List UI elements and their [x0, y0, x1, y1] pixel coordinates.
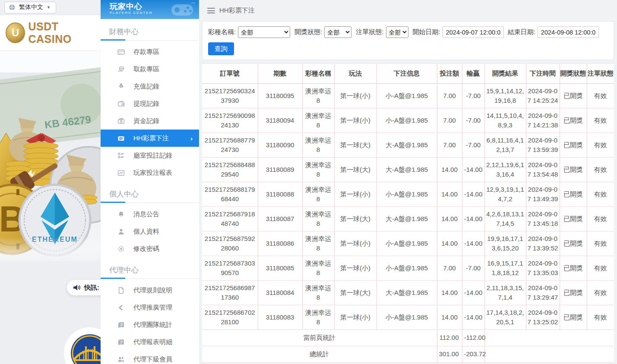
- cell-draw-status: 已開獎: [560, 108, 587, 133]
- menu-toggle-icon[interactable]: [207, 8, 215, 13]
- cell-issue: 31180089: [258, 158, 302, 182]
- sidebar-item-deposit-card[interactable]: 存款專區: [101, 43, 199, 60]
- sidebar-item-members[interactable]: 代理下級會員: [101, 351, 199, 364]
- table-row: 215217256869871736031180084澳洲幸运8第一球(大)大-…: [202, 281, 614, 305]
- cell-bet-time: 2024-09-07 13:25:02: [526, 305, 560, 330]
- cell-play: 第一球(大): [334, 133, 377, 158]
- sidebar-item-label: 消息公告: [133, 210, 159, 218]
- col-bet-amount: 投注額: [437, 64, 462, 84]
- draw-status-select[interactable]: 全部: [324, 26, 351, 38]
- lottery-name-select[interactable]: 全部: [238, 26, 290, 38]
- section-divider: [101, 203, 199, 203]
- sidebar-item-label: 資金記錄: [133, 117, 159, 125]
- cell-bet-amount: 7.00: [437, 108, 462, 133]
- cell-bet-info: 小-A盤@1.985: [377, 84, 437, 108]
- cell-order-status: 有效: [587, 158, 614, 182]
- members-icon: [117, 356, 125, 363]
- sidebar-item-label: 代理規則說明: [133, 286, 172, 294]
- chevron-right-icon: ›: [190, 135, 193, 142]
- section-title-1: 個人中心: [109, 189, 199, 199]
- cell-lottery-name: 澳洲幸运8: [302, 281, 334, 305]
- gamepad-icon: [165, 2, 196, 19]
- cell-lottery-name: 澳洲幸运8: [302, 84, 334, 108]
- cell-order-no: 2152172568730390570: [202, 256, 258, 281]
- col-bet-info: 下注信息: [377, 64, 437, 84]
- cell-play: 第一球(大): [334, 207, 377, 231]
- sidebar-item-team-stats[interactable]: 代理團隊統計: [101, 316, 199, 333]
- cell-play: 第一球(小): [334, 305, 377, 330]
- cell-play: 第一球(小): [334, 231, 377, 256]
- col-draw-result: 開獎結果: [484, 64, 526, 84]
- order-status-select[interactable]: 全部: [386, 26, 408, 38]
- cell-bet-info: 大-A盤@1.985: [377, 281, 437, 305]
- moneybag-icon: ¥: [117, 83, 125, 90]
- sidebar-item-gear[interactable]: 修改密碼: [101, 240, 199, 257]
- cell-lottery-name: 澳洲幸运8: [302, 231, 334, 256]
- news-ticker[interactable]: 快訊:: [67, 280, 101, 295]
- sidebar-item-bet-report[interactable]: 玩家投注報表: [101, 164, 199, 181]
- lottery-ticket-icon: [117, 135, 125, 142]
- sidebar-item-user[interactable]: 個人資料: [101, 223, 199, 240]
- cell-bet-amount: 14.00: [437, 207, 462, 231]
- cell-play: 第一球(小): [334, 108, 377, 133]
- gear-icon: [117, 245, 125, 253]
- sidebar-item-moneybag[interactable]: ¥充值記錄: [101, 78, 199, 95]
- start-date-input[interactable]: [443, 26, 504, 38]
- page-total-row: 當前頁統計 112.00 -112.00: [202, 330, 614, 346]
- page-total-winloss: -112.00: [462, 330, 484, 346]
- sidebar-item-withdraw-hand[interactable]: 取款專區: [101, 60, 199, 78]
- sidebar-item-label: 個人資料: [133, 228, 159, 236]
- cell-issue: 31180087: [258, 207, 302, 231]
- cell-lottery-name: 澳洲幸运8: [302, 305, 334, 330]
- sidebar-item-bell[interactable]: 消息公告: [101, 206, 199, 223]
- cell-draw-result: 2,12,1,19,6,13,16,4: [484, 158, 526, 182]
- cell-order-status: 有效: [587, 182, 614, 207]
- cell-draw-status: 已開獎: [560, 231, 587, 256]
- filter-panel: 彩種名稱: 全部 開獎狀態: 全部 注單狀態: 全部 開始日期: 結束日期: 查…: [202, 21, 614, 60]
- sidebar-item-lottery-ticket[interactable]: HH彩票下注›: [101, 130, 199, 147]
- cell-draw-status: 已開獎: [560, 182, 587, 207]
- lottery-name-label: 彩種名稱:: [208, 28, 236, 36]
- cell-order-no: 2152172568759228060: [202, 231, 258, 256]
- cell-order-status: 有效: [587, 256, 614, 281]
- cell-bet-amount: 7.00: [437, 133, 462, 158]
- cell-order-no: 2152172568670228100: [202, 305, 258, 330]
- sidebar-item-room-list[interactable]: 廳室投註記錄: [101, 147, 199, 164]
- end-date-label: 結束日期:: [508, 28, 535, 36]
- language-label: 繁体中文: [19, 3, 43, 11]
- cell-bet-amount: 14.00: [437, 281, 462, 305]
- end-date-input[interactable]: [538, 26, 599, 38]
- bets-table: 訂單號 期數 彩種名稱 玩法 下注信息 投注額 輸贏 開獎結果 下注時間 開獎狀…: [202, 63, 614, 363]
- sidebar-item-wallet[interactable]: 提現記錄: [101, 95, 199, 112]
- language-selector[interactable]: 繁体中文 ▼: [4, 2, 56, 13]
- top-language-bar: 繁体中文 ▼: [0, 0, 101, 15]
- cell-play: 第一球(小): [334, 84, 377, 108]
- cell-issue: 31180084: [258, 281, 302, 305]
- sidebar-item-document[interactable]: 代理規則說明: [101, 282, 199, 299]
- cell-order-status: 有效: [587, 108, 614, 133]
- sidebar-item-funds[interactable]: 資金記錄: [101, 112, 199, 130]
- share-icon: [117, 304, 125, 311]
- team-badge: [64, 327, 101, 364]
- bell-icon: [117, 211, 125, 218]
- cell-bet-amount: 14.00: [437, 158, 462, 182]
- chevron-down-icon: ▼: [47, 5, 51, 9]
- sidebar-item-share[interactable]: 代理推廣管理: [101, 299, 199, 316]
- col-issue: 期數: [258, 64, 302, 84]
- cell-draw-result: 17,14,3,18,2,20,5,1: [484, 305, 526, 330]
- cell-issue: 31180086: [258, 231, 302, 256]
- sidebar-item-report-detail[interactable]: 代理報表明細: [101, 333, 199, 351]
- cell-draw-result: 16,9,15,17,11,8,18,12: [484, 256, 526, 281]
- cell-order-no: 2152172568817968440: [202, 182, 258, 207]
- cell-draw-result: 15,9,1,14,12,19,16,8: [484, 84, 526, 108]
- cell-win-loss: -14.00: [462, 207, 484, 231]
- cell-bet-info: 小-A盤@1.985: [377, 108, 437, 133]
- ticker-label: 快訊:: [84, 284, 99, 292]
- section-title-0: 財務中心: [109, 27, 199, 37]
- page-total-bet: 112.00: [437, 330, 462, 346]
- table-row: 215217256903243793031180095澳洲幸运8第一球(小)小-…: [202, 84, 614, 108]
- table-row: 215217256873039057031180085澳洲幸运8第一球(小)小-…: [202, 256, 614, 281]
- search-button[interactable]: 查詢: [208, 42, 234, 55]
- cell-draw-status: 已開獎: [560, 133, 587, 158]
- sidebar-item-label: 存款專區: [133, 48, 159, 56]
